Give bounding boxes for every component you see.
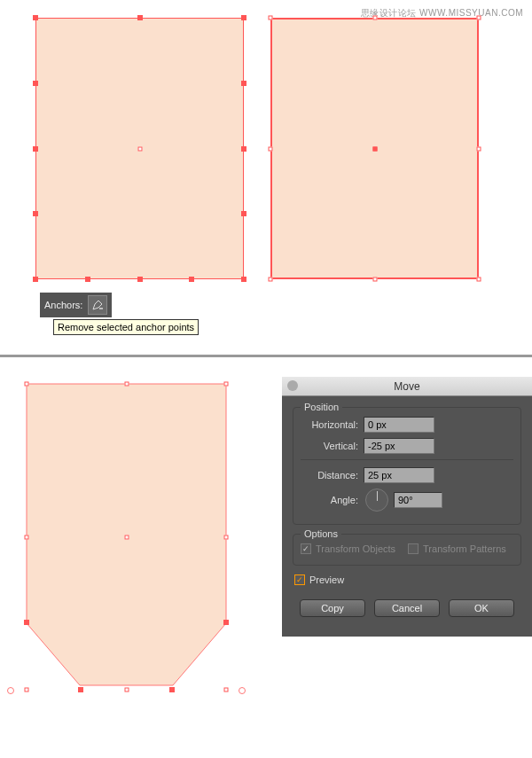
horizontal-input[interactable]: [364, 417, 434, 433]
remove-anchor-button[interactable]: [88, 295, 107, 315]
center-point: [137, 146, 142, 151]
close-icon[interactable]: [287, 380, 298, 391]
preview-label: Preview: [309, 574, 344, 585]
dialog-title: Move: [394, 380, 419, 393]
transform-objects-label: Transform Objects: [316, 543, 395, 554]
shapes-row: [18, 18, 514, 279]
center-point: [372, 146, 377, 151]
shape-bottom-area: [0, 357, 266, 758]
ok-button[interactable]: OK: [449, 599, 514, 617]
anchors-label: Anchors:: [44, 300, 82, 310]
center-point: [124, 535, 129, 539]
transform-patterns-checkbox: [408, 543, 419, 554]
move-dialog: Move Position Horizontal: Vertical: Dist…: [282, 377, 532, 637]
dialog-titlebar[interactable]: Move: [282, 377, 532, 396]
horizontal-label: Horizontal:: [301, 419, 358, 430]
options-group: Options Transform Objects Transform Patt…: [293, 534, 521, 566]
vertical-input[interactable]: [364, 438, 434, 454]
pen-minus-icon: [91, 299, 104, 311]
vertical-label: Vertical:: [301, 441, 358, 451]
angle-input[interactable]: [394, 492, 442, 508]
angle-dial[interactable]: [365, 488, 388, 512]
options-group-title: Options: [301, 528, 341, 539]
top-panel: 思缘设计论坛 WWW.MISSYUAN.COM: [0, 0, 532, 355]
cancel-button[interactable]: Cancel: [374, 599, 440, 617]
anchors-toolbar: Anchors:: [40, 293, 112, 317]
angle-label: Angle:: [301, 495, 358, 505]
preview-checkbox[interactable]: [294, 574, 305, 585]
position-group: Position Horizontal: Vertical: Distance:…: [293, 407, 521, 525]
transform-patterns-label: Transform Patterns: [423, 543, 506, 554]
copy-button[interactable]: Copy: [300, 599, 365, 617]
shape-right[interactable]: [270, 18, 479, 279]
tooltip: Remove selected anchor points: [53, 319, 199, 335]
position-group-title: Position: [301, 402, 342, 412]
distance-label: Distance:: [301, 470, 358, 481]
shape-shield[interactable]: [27, 384, 226, 690]
shape-left[interactable]: [35, 18, 244, 279]
distance-input[interactable]: [364, 467, 434, 483]
transform-objects-checkbox: [301, 543, 311, 554]
